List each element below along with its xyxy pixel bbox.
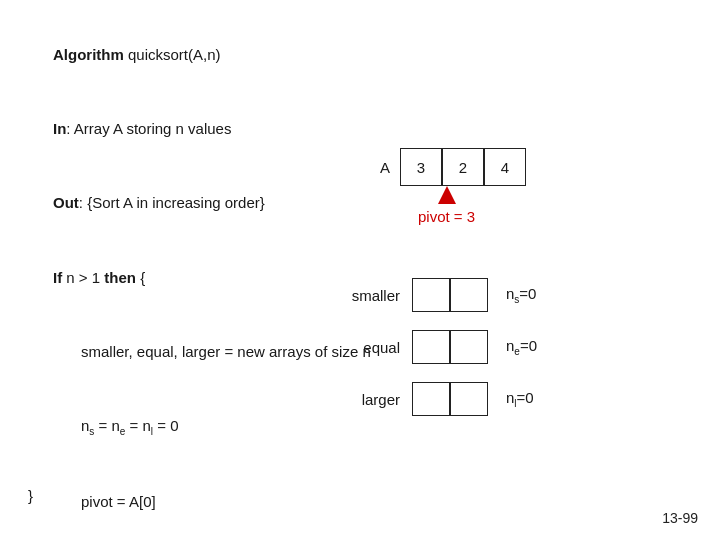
keyword-out: Out <box>53 194 79 211</box>
smaller-box-1 <box>450 278 488 312</box>
array-cell-1: 2 <box>442 148 484 186</box>
array-label: A <box>380 159 390 176</box>
line-in-text: : Array A storing n values <box>66 120 231 137</box>
pivot-up-arrow <box>438 186 456 204</box>
line-algorithm-text: quicksort(A,n) <box>124 46 221 63</box>
smaller-boxes <box>412 278 488 312</box>
line-new-arrays-text: smaller, equal, larger = new arrays of s… <box>81 343 371 360</box>
larger-n-label: nl=0 <box>506 389 534 409</box>
main-container: Algorithm quicksort(A,n) In: Array A sto… <box>0 0 720 540</box>
line-if-condition: n > 1 <box>62 269 104 286</box>
pivot-label: pivot = 3 <box>418 208 475 225</box>
page-number: 13-99 <box>662 510 698 526</box>
keyword-algorithm: Algorithm <box>53 46 124 63</box>
array-cells: 3 2 4 <box>400 148 526 186</box>
keyword-if: If <box>53 269 62 286</box>
keyword-in: In <box>53 120 66 137</box>
smaller-n-label: ns=0 <box>506 285 536 305</box>
smaller-box-0 <box>412 278 450 312</box>
smaller-row: smaller ns=0 <box>330 278 537 312</box>
equal-row: equal ne=0 <box>330 330 537 364</box>
smaller-label: smaller <box>330 287 400 304</box>
equal-label: equal <box>330 339 400 356</box>
array-cell-0: 3 <box>400 148 442 186</box>
line-if-brace: { <box>136 269 145 286</box>
equal-boxes <box>412 330 488 364</box>
larger-boxes <box>412 382 488 416</box>
line-pivot: pivot = A[0] <box>28 465 692 539</box>
line-out-text: : {Sort A in increasing order} <box>79 194 265 211</box>
pivot-arrow-section: pivot = 3 <box>418 186 475 225</box>
line-algorithm: Algorithm quicksort(A,n) <box>28 18 692 92</box>
equal-box-0 <box>412 330 450 364</box>
larger-box-1 <box>450 382 488 416</box>
equal-box-1 <box>450 330 488 364</box>
larger-label: larger <box>330 391 400 408</box>
larger-row: larger nl=0 <box>330 382 537 416</box>
closing-brace: } <box>28 487 33 504</box>
keyword-then: then <box>104 269 136 286</box>
line-out: Out: {Sort A in increasing order} <box>28 167 692 241</box>
array-visualization: A 3 2 4 <box>380 148 526 186</box>
line-in: In: Array A storing n values <box>28 92 692 166</box>
array-cell-2: 4 <box>484 148 526 186</box>
equal-n-label: ne=0 <box>506 337 537 357</box>
sub-arrays-section: smaller ns=0 equal ne=0 larger nl=0 <box>330 278 537 434</box>
larger-box-0 <box>412 382 450 416</box>
line-pivot-text: pivot = A[0] <box>81 493 156 510</box>
